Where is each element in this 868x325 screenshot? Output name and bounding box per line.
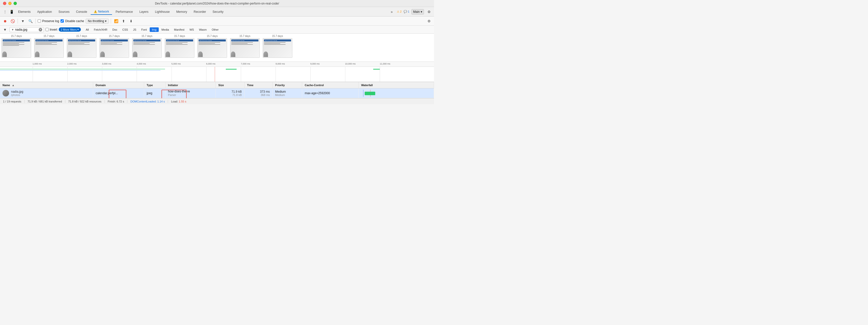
tab-network[interactable]: ⚠️ Network bbox=[91, 9, 112, 15]
preserve-log-input[interactable] bbox=[38, 19, 41, 23]
filmstrip-frame[interactable]: 15.7 days Web Performance Calendar bbox=[131, 35, 163, 58]
tab-lighthouse[interactable]: Lighthouse bbox=[152, 9, 173, 14]
filter-funnel-icon[interactable]: ▼ bbox=[2, 27, 8, 33]
filter-toggle-button[interactable]: ▼ bbox=[20, 18, 26, 24]
filter-type-bar: All Fetch/XHR Doc CSS JS Font Img Media … bbox=[83, 27, 221, 32]
clear-button[interactable]: 🚫 bbox=[9, 18, 16, 24]
main-dropdown-arrow: ▾ bbox=[421, 10, 422, 13]
th-domain[interactable]: Domain bbox=[93, 82, 144, 89]
frame-thumbnail: Web Performance Calendar bbox=[230, 38, 260, 58]
more-tabs-button[interactable]: » bbox=[389, 9, 395, 15]
initiator-primary: how-does-the-re bbox=[168, 90, 190, 93]
finish-time: Finish: 6.72 s bbox=[105, 100, 127, 103]
th-size[interactable]: Size bbox=[216, 82, 244, 89]
th-initiator[interactable]: Initiator bbox=[165, 82, 216, 89]
settings-button[interactable]: ⚙ bbox=[426, 9, 432, 15]
minimize-button[interactable] bbox=[8, 2, 11, 5]
tab-recorder[interactable]: Recorder bbox=[191, 9, 209, 14]
record-button[interactable]: ⏺ bbox=[2, 18, 8, 24]
filter-type-manifest[interactable]: Manifest bbox=[172, 27, 187, 32]
filmstrip-frame[interactable]: 15.7 days Web Performance Calendar bbox=[33, 35, 65, 58]
tab-application[interactable]: Application bbox=[34, 9, 55, 14]
th-priority-label: Priority bbox=[275, 84, 285, 87]
td-name: nadia.jpg /photos bbox=[0, 89, 93, 98]
filmstrip-frame[interactable]: 15.7 days Web Performance Calendar bbox=[98, 35, 131, 58]
import-button[interactable]: ⬆ bbox=[121, 18, 127, 24]
filmstrip-frame[interactable]: 15.7 days Web Performance Calendar bbox=[0, 35, 33, 58]
ruler-tick: 1,000 ms bbox=[33, 63, 42, 65]
disable-cache-input[interactable] bbox=[61, 19, 64, 23]
filter-type-media[interactable]: Media bbox=[159, 27, 171, 32]
main-dropdown[interactable]: Main ▾ bbox=[411, 9, 424, 14]
sort-arrow: ▲ bbox=[12, 84, 14, 87]
filter-type-font[interactable]: Font bbox=[139, 27, 149, 32]
waterfall-dom-line bbox=[363, 90, 364, 97]
invert-input[interactable] bbox=[45, 28, 49, 31]
time-cell: 373 ms 368 ms bbox=[247, 90, 270, 96]
disable-cache-checkbox[interactable]: Disable cache bbox=[61, 19, 84, 23]
filmstrip-frame[interactable]: 15.7 days Web Performance Calendar bbox=[261, 35, 294, 58]
filter-type-doc[interactable]: Doc bbox=[110, 27, 120, 32]
search-button[interactable]: 🔍 bbox=[27, 18, 33, 24]
devtools-menu-icon[interactable]: ⋮ bbox=[2, 9, 8, 15]
filter-type-js[interactable]: JS bbox=[131, 27, 138, 32]
export-button[interactable]: ⬇ bbox=[128, 18, 134, 24]
download-icon: ⬇ bbox=[130, 19, 133, 23]
filmstrip-area: 15.7 days Web Performance Calendar bbox=[0, 34, 434, 62]
filter-type-all[interactable]: All bbox=[83, 27, 91, 32]
filter-bar: ▼ ▼ ✕ Invert 2 More filters ▾ All Fetch/… bbox=[0, 26, 434, 34]
throttle-selector[interactable]: No throttling ▾ bbox=[86, 19, 109, 24]
filmstrip-frame[interactable]: 15.7 days Web Performance Calendar bbox=[163, 35, 196, 58]
initiator-text: how-does-the-re Parser bbox=[168, 90, 213, 97]
load-line bbox=[215, 67, 215, 82]
network-settings-button[interactable]: ⚙ bbox=[426, 18, 432, 24]
tab-elements[interactable]: Elements bbox=[15, 9, 34, 14]
tab-console[interactable]: Console bbox=[73, 9, 90, 14]
tab-layers[interactable]: Layers bbox=[136, 9, 151, 14]
tab-memory-label: Memory bbox=[176, 10, 187, 13]
throttle-label: No throttling bbox=[88, 19, 104, 23]
th-time[interactable]: Time bbox=[244, 82, 273, 89]
filmstrip-frame[interactable]: 15.7 days Web Performance Calendar bbox=[228, 35, 261, 58]
close-button[interactable] bbox=[3, 2, 6, 5]
tab-memory[interactable]: Memory bbox=[173, 9, 190, 14]
more-filters-button[interactable]: 2 More filters ▾ bbox=[59, 27, 81, 32]
invert-checkbox[interactable]: Invert bbox=[45, 28, 57, 31]
filter-type-css[interactable]: CSS bbox=[120, 27, 130, 32]
table-row[interactable]: nadia.jpg /photos calendar.perfpl... jpe… bbox=[0, 89, 434, 98]
filter-clear-button[interactable]: ✕ bbox=[39, 28, 42, 31]
td-size: 71.9 kB 71.8 kB bbox=[216, 89, 244, 98]
ruler-line bbox=[241, 67, 241, 82]
wifi-conditions-button[interactable]: 📶 bbox=[113, 18, 119, 24]
preserve-log-checkbox[interactable]: Preserve log bbox=[38, 19, 59, 23]
throttle-dropdown-arrow: ▾ bbox=[105, 19, 106, 23]
filmstrip-frame[interactable]: 15.7 days Web Performance Calendar bbox=[65, 35, 98, 58]
filter-input-container: ▼ ✕ bbox=[9, 27, 44, 32]
tab-performance[interactable]: Performance bbox=[113, 9, 136, 14]
filter-type-other[interactable]: Other bbox=[210, 27, 221, 32]
ruler-tick: 2,000 ms bbox=[67, 63, 76, 65]
th-type[interactable]: Type bbox=[144, 82, 165, 89]
th-priority[interactable]: Priority bbox=[273, 82, 302, 89]
filter-type-wasm[interactable]: Wasm bbox=[197, 27, 209, 32]
frame-thumbnail: Web Performance Calendar bbox=[197, 38, 227, 58]
tab-security[interactable]: Security bbox=[210, 9, 226, 14]
tab-sources[interactable]: Sources bbox=[56, 9, 72, 14]
filter-type-ws[interactable]: WS bbox=[187, 27, 196, 32]
dom-loaded-label: DOMContentLoaded: bbox=[130, 100, 156, 103]
filter-type-fetch-xhr[interactable]: Fetch/XHR bbox=[92, 27, 110, 32]
filmstrip-frame[interactable]: 15.7 days Web Performance Calendar bbox=[196, 35, 228, 58]
tab-elements-label: Elements bbox=[18, 10, 31, 13]
th-name[interactable]: Name ▲ bbox=[0, 82, 93, 89]
th-waterfall[interactable]: Waterfall bbox=[359, 82, 434, 89]
th-type-label: Type bbox=[147, 84, 153, 87]
preserve-log-label: Preserve log bbox=[42, 19, 59, 23]
filter-input[interactable] bbox=[15, 28, 38, 31]
filter-type-img[interactable]: Img bbox=[150, 27, 159, 32]
tab-recorder-label: Recorder bbox=[194, 10, 206, 13]
device-icon[interactable]: 📱 bbox=[8, 9, 14, 15]
maximize-button[interactable] bbox=[13, 2, 17, 5]
size-cell: 71.9 kB 71.8 kB bbox=[218, 90, 242, 96]
th-cache-control[interactable]: Cache-Control bbox=[302, 82, 359, 89]
waterfall-overview[interactable] bbox=[0, 67, 434, 82]
